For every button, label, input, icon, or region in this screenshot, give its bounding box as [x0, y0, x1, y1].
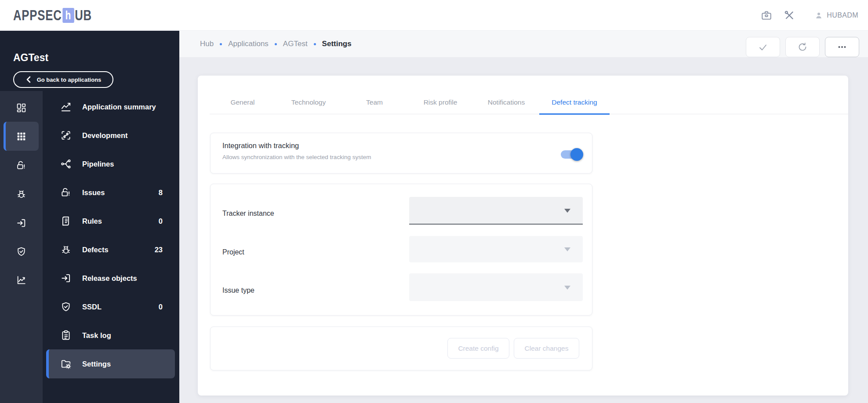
user-menu[interactable]: HUBADM	[814, 11, 858, 20]
breadcrumb-app[interactable]: AGTest	[283, 40, 308, 48]
top-header: APPSEC h UB	[0, 0, 868, 31]
app-logo[interactable]: APPSEC h UB	[13, 0, 114, 31]
menu-count: 23	[155, 246, 163, 254]
integration-title: Integration with tracking	[222, 142, 299, 150]
icon-rail	[0, 91, 43, 403]
sidebar-item-defects[interactable]: Defects 23	[46, 235, 175, 264]
sidebar-item-release-objects[interactable]: Release objects	[46, 264, 175, 293]
menu-count: 8	[159, 189, 163, 197]
breadcrumb-bar: Hub Applications AGTest Settings	[179, 31, 868, 57]
briefcase-icon[interactable]	[761, 10, 772, 21]
logo-part2: UB	[75, 7, 92, 24]
rail-issues-icon[interactable]	[0, 151, 43, 180]
logo-text: APPSEC h UB	[13, 7, 92, 24]
breadcrumb-separator-dot	[275, 43, 277, 45]
menu-label: Development	[82, 131, 128, 140]
menu-label: Release objects	[82, 274, 137, 283]
tracker-instance-label: Tracker instance	[222, 210, 274, 218]
unlock-alert-icon	[60, 187, 72, 198]
more-actions-button[interactable]	[825, 37, 859, 57]
sidebar-item-settings[interactable]: Settings	[46, 349, 175, 378]
refresh-icon	[797, 42, 808, 52]
breadcrumb-applications[interactable]: Applications	[228, 40, 269, 48]
clear-changes-button[interactable]: Clear changes	[514, 338, 579, 359]
menu-label: Settings	[82, 360, 111, 368]
breadcrumb: Hub Applications AGTest Settings	[200, 31, 352, 57]
integration-subtitle: Allows synchronization with the selected…	[222, 154, 371, 160]
rules-scroll-icon	[60, 215, 72, 227]
breadcrumb-hub[interactable]: Hub	[200, 40, 214, 48]
caret-down-icon	[564, 247, 570, 251]
pipelines-icon	[60, 158, 72, 170]
back-button-label: Go back to applications	[37, 76, 102, 83]
sidebar: AGTest Go back to applications	[0, 31, 179, 403]
chevron-left-icon	[25, 76, 32, 83]
confirm-button[interactable]	[746, 37, 780, 57]
integration-toggle[interactable]	[561, 150, 581, 159]
project-label: Project	[222, 248, 244, 256]
breadcrumb-separator-dot	[220, 43, 222, 45]
toggle-thumb	[570, 148, 583, 161]
issue-type-label: Issue type	[222, 287, 254, 294]
header-actions: HUBADM	[761, 0, 858, 31]
menu-label: Defects	[82, 246, 109, 254]
project-select[interactable]	[409, 236, 583, 262]
sidebar-app-name: AGTest	[13, 52, 48, 64]
rail-reports-icon[interactable]	[0, 265, 43, 294]
clipboard-list-icon	[60, 330, 72, 341]
tab-general[interactable]: General	[210, 90, 276, 114]
settings-tabs: General Technology Team Risk profile Not…	[210, 90, 848, 114]
tab-defect-tracking[interactable]: Defect tracking	[539, 90, 610, 114]
line-chart-icon	[60, 101, 72, 113]
sidebar-item-issues[interactable]: Issues 8	[46, 178, 175, 207]
menu-label: Task log	[82, 331, 111, 340]
rail-release-objects-icon[interactable]	[0, 208, 43, 237]
app-root: APPSEC h UB	[0, 0, 868, 403]
sidebar-item-rules[interactable]: Rules 0	[46, 207, 175, 236]
logo-h-letter: h	[65, 9, 72, 22]
username: HUBADM	[827, 11, 858, 19]
back-to-applications-button[interactable]: Go back to applications	[13, 71, 113, 88]
logo-part1: APPSEC	[13, 7, 62, 24]
rail-ssdl-icon[interactable]	[0, 237, 43, 266]
caret-down-icon	[564, 209, 570, 213]
menu-label: SSDL	[82, 303, 102, 311]
release-objects-icon	[60, 272, 72, 284]
menu-label: Pipelines	[82, 160, 114, 168]
menu-label: Rules	[82, 217, 102, 225]
breadcrumb-separator-dot	[314, 43, 316, 45]
menu-count: 0	[159, 303, 163, 311]
create-config-button[interactable]: Create config	[447, 338, 509, 359]
sidebar-item-task-log[interactable]: Task log	[46, 321, 175, 350]
logo-h-square: h	[62, 8, 74, 23]
menu-label: Issues	[82, 189, 105, 197]
issue-type-select[interactable]	[409, 273, 583, 301]
sidebar-item-development[interactable]: Development	[46, 121, 175, 150]
reset-button[interactable]	[785, 37, 820, 57]
check-icon	[758, 42, 768, 52]
tab-risk-profile[interactable]: Risk profile	[407, 90, 473, 114]
development-icon	[60, 130, 72, 141]
tab-notifications[interactable]: Notifications	[473, 90, 539, 114]
ellipsis-icon	[837, 42, 847, 52]
actions-card: Create config Clear changes	[210, 327, 592, 370]
bug-icon	[60, 244, 72, 255]
caret-down-icon	[564, 286, 570, 290]
breadcrumb-current: Settings	[322, 40, 352, 48]
tab-team[interactable]: Team	[341, 90, 407, 114]
sidebar-item-pipelines[interactable]: Pipelines	[46, 149, 175, 178]
user-icon	[814, 11, 823, 20]
folder-gear-icon	[60, 358, 72, 370]
sidebar-item-application-summary[interactable]: Application summary	[46, 92, 175, 121]
integration-card: Integration with tracking Allows synchro…	[210, 133, 592, 174]
tracker-instance-select[interactable]	[409, 197, 583, 225]
tracker-form-card: Tracker instance Project Issue type	[210, 184, 592, 316]
menu-count: 0	[159, 217, 163, 225]
tools-icon[interactable]	[784, 10, 795, 21]
sidebar-item-ssdl[interactable]: SSDL 0	[46, 292, 175, 321]
rail-applications-icon[interactable]	[0, 122, 43, 151]
menu-label: Application summary	[82, 103, 156, 111]
tab-technology[interactable]: Technology	[276, 90, 341, 114]
rail-dashboard-icon[interactable]	[0, 93, 43, 122]
rail-defects-icon[interactable]	[0, 179, 43, 208]
